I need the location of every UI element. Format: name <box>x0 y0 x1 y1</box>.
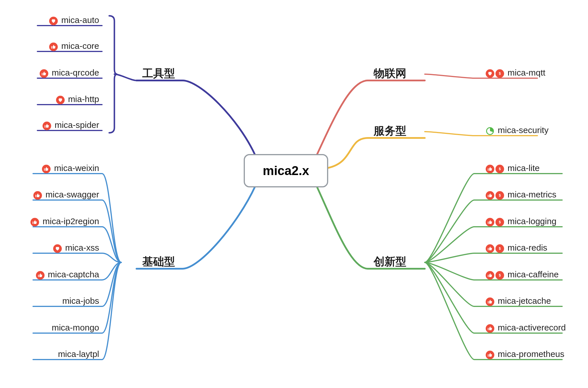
thumbs-up-icon <box>486 324 494 333</box>
leaf-icons <box>53 244 62 253</box>
branch-label-basic[interactable]: 基础型 <box>142 254 175 269</box>
leaf-label: mica-swagger <box>45 190 99 201</box>
leaf-icons <box>56 96 65 104</box>
svg-text:$: $ <box>499 72 501 76</box>
leaf-node[interactable]: $mica-caffeine <box>486 270 559 281</box>
leaf-label: mica-lite <box>508 164 540 174</box>
leaf-label: mica-redis <box>508 243 547 254</box>
branch-label-innov[interactable]: 创新型 <box>374 254 406 269</box>
branch-label-iot[interactable]: 物联网 <box>374 66 406 81</box>
thumbs-up-icon <box>36 271 45 280</box>
svg-text:$: $ <box>499 220 501 224</box>
leaf-icons <box>486 297 494 306</box>
leaf-label: mica-mongo <box>52 323 99 334</box>
thumbs-up-icon <box>486 351 494 359</box>
leaf-node[interactable]: mica-weixin <box>42 164 99 174</box>
leaf-label: mica-weixin <box>54 164 99 174</box>
leaf-icons <box>43 122 51 130</box>
leaf-node[interactable]: mica-spider <box>43 121 99 131</box>
leaf-label: mica-metrics <box>508 190 556 201</box>
branch-label-tools[interactable]: 工具型 <box>142 66 175 81</box>
svg-text:$: $ <box>499 167 501 171</box>
dollar-icon: $ <box>495 69 504 78</box>
dollar-icon: $ <box>495 165 504 173</box>
leaf-label: mica-captcha <box>48 270 99 281</box>
leaf-label: mica-spider <box>55 121 99 131</box>
leaf-label: mica-jetcache <box>498 297 551 307</box>
leaf-label: mica-security <box>498 126 549 136</box>
leaf-node[interactable]: $mica-lite <box>486 164 540 174</box>
leaf-node[interactable]: mica-prometheus <box>486 350 564 360</box>
thumbs-up-icon <box>486 244 494 253</box>
dollar-icon: $ <box>495 244 504 253</box>
leaf-icons <box>49 17 58 25</box>
leaf-label: mica-mqtt <box>508 68 545 79</box>
root-node[interactable]: mica2.x <box>244 154 328 187</box>
heart-icon <box>49 17 58 25</box>
leaf-node[interactable]: $mica-logging <box>486 217 556 227</box>
leaf-node[interactable]: mica-ip2region <box>30 217 99 227</box>
root-title: mica2.x <box>263 164 309 178</box>
thumbs-up-icon <box>486 191 494 200</box>
leaf-label: mica-caffeine <box>508 270 559 281</box>
leaf-node[interactable]: mica-xss <box>53 243 99 254</box>
dollar-icon: $ <box>495 271 504 280</box>
leaf-icons <box>486 351 494 359</box>
leaf-label: mica-xss <box>65 243 99 254</box>
leaf-icons: $ <box>486 218 504 226</box>
leaf-icons: $ <box>486 244 504 253</box>
leaf-label: mica-core <box>61 42 99 52</box>
leaf-icons <box>30 218 39 226</box>
leaf-label: mica-jobs <box>62 297 99 307</box>
leaf-node[interactable]: mica-jetcache <box>486 297 551 307</box>
thumbs-up-icon <box>42 165 51 173</box>
leaf-label: mia-http <box>68 95 99 105</box>
svg-text:$: $ <box>499 247 501 251</box>
pie-progress-icon <box>486 127 494 135</box>
leaf-node[interactable]: mica-laytpl <box>55 350 99 360</box>
leaf-label: mica-logging <box>508 217 556 227</box>
leaf-label: mica-laytpl <box>58 350 99 360</box>
leaf-node[interactable]: $mica-mqtt <box>486 68 545 79</box>
leaf-node[interactable]: mica-jobs <box>59 297 99 307</box>
thumbs-up-icon <box>40 69 48 78</box>
leaf-icons <box>486 127 494 135</box>
leaf-node[interactable]: $mica-redis <box>486 243 547 254</box>
thumbs-up-icon <box>486 271 494 280</box>
leaf-icons <box>40 69 48 78</box>
leaf-node[interactable]: mica-activerecord <box>486 323 566 334</box>
thumbs-up-icon <box>33 191 42 200</box>
leaf-icons <box>33 191 42 200</box>
leaf-node[interactable]: mica-qrcode <box>40 68 99 79</box>
heart-icon <box>486 69 494 78</box>
leaf-label: mica-ip2region <box>43 217 99 227</box>
leaf-node[interactable]: mica-core <box>49 42 99 52</box>
leaf-node[interactable]: mica-security <box>486 126 549 136</box>
mindmap-canvas: mica2.x 工具型基础型物联网服务型创新型mica-automica-cor… <box>0 0 588 388</box>
leaf-icons: $ <box>486 271 504 280</box>
leaf-icons <box>486 324 494 333</box>
leaf-node[interactable]: mica-captcha <box>36 270 99 281</box>
leaf-icons: $ <box>486 191 504 200</box>
leaf-icons <box>42 165 51 173</box>
svg-text:$: $ <box>499 193 501 197</box>
thumbs-up-icon <box>30 218 39 226</box>
heart-icon <box>56 96 65 104</box>
leaf-node[interactable]: mica-auto <box>49 16 99 26</box>
dollar-icon: $ <box>495 191 504 200</box>
heart-icon <box>53 244 62 253</box>
branch-label-service[interactable]: 服务型 <box>374 124 406 138</box>
thumbs-up-icon <box>486 297 494 306</box>
leaf-icons: $ <box>486 69 504 78</box>
thumbs-up-icon <box>43 122 51 130</box>
leaf-label: mica-qrcode <box>52 68 99 79</box>
thumbs-up-icon <box>486 165 494 173</box>
leaf-node[interactable]: mica-mongo <box>48 323 99 334</box>
leaf-node[interactable]: mia-http <box>56 95 99 105</box>
leaf-label: mica-prometheus <box>498 350 564 360</box>
leaf-node[interactable]: mica-swagger <box>33 190 99 201</box>
thumbs-up-icon <box>486 218 494 226</box>
leaf-icons: $ <box>486 165 504 173</box>
leaf-icons <box>36 271 45 280</box>
leaf-node[interactable]: $mica-metrics <box>486 190 556 201</box>
